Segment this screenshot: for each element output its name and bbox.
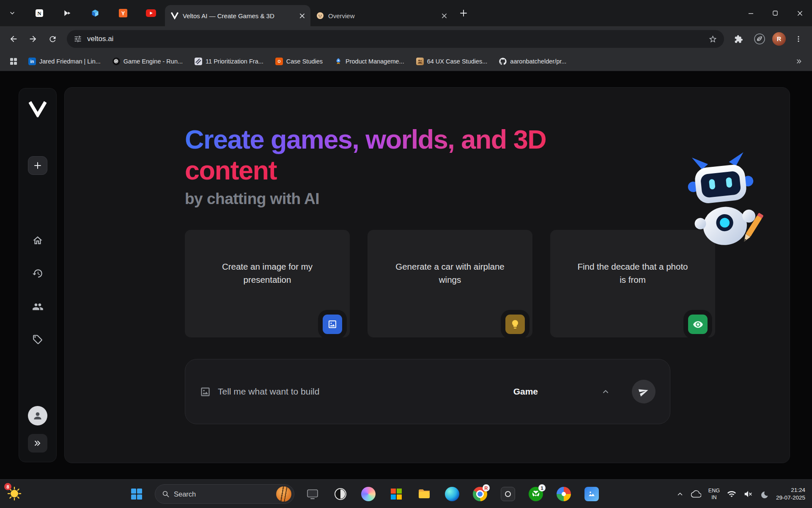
bookmark-prioritization[interactable]: 11 Prioritization Fra... [191, 55, 267, 67]
pinned-tab-3[interactable] [81, 4, 109, 22]
camera-app-button[interactable] [498, 484, 518, 504]
apps-grid-button[interactable] [7, 55, 20, 68]
eye-icon [688, 315, 708, 334]
bookmark-label: Jared Friedman | Lin... [39, 58, 101, 65]
photos-pinwheel-icon [557, 487, 571, 501]
veltos-favicon [171, 12, 178, 19]
tab-overview-inactive[interactable]: Overview [310, 5, 453, 26]
community-button[interactable] [31, 300, 44, 313]
start-button[interactable] [127, 484, 146, 504]
suggestion-card-car[interactable]: Generate a car with airplane wings [368, 230, 532, 337]
bookmark-product-management[interactable]: Product Manageme... [331, 55, 408, 67]
bookmark-github[interactable]: aaronbatchelder/pr... [495, 55, 570, 67]
extensions-button[interactable] [730, 30, 747, 47]
chevron-down-icon [9, 10, 16, 17]
tags-button[interactable] [31, 333, 44, 346]
page-subtitle: by chatting with AI [185, 190, 546, 208]
clock-time: 21:24 [776, 486, 805, 494]
circle-app-button[interactable] [331, 484, 350, 504]
chevron-up-icon[interactable] [601, 387, 610, 396]
edge-button[interactable] [442, 484, 462, 504]
robot-mascot-illustration [674, 150, 771, 254]
bookmarks-bar: in Jared Friedman | Lin... Game Engine -… [0, 52, 812, 71]
pinned-tab-notion[interactable]: N [25, 4, 53, 22]
new-chat-button[interactable] [28, 156, 47, 175]
send-icon [639, 387, 649, 397]
system-tray: ENG IN 21:24 29-07-2025 [676, 480, 805, 508]
clock[interactable]: 21:24 29-07-2025 [776, 486, 805, 502]
photos-app-button[interactable] [582, 484, 601, 504]
new-tab-button[interactable] [456, 6, 471, 21]
bookmark-label: aaronbatchelder/pr... [510, 58, 566, 65]
widgets-button[interactable]: 8 [6, 486, 25, 502]
bookmark-ux-case-studies[interactable]: 64 UX Case Studies... [412, 55, 491, 67]
language-bottom: IN [708, 494, 720, 501]
attach-image-icon[interactable] [200, 386, 211, 398]
microsoft-365-button[interactable] [387, 484, 406, 504]
page-title-line1: Create games, worlds, and 3D [185, 124, 546, 155]
bookmark-game-engine[interactable]: Game Engine - Run... [109, 55, 187, 67]
bookmark-case-studies[interactable]: Case Studies [272, 55, 326, 67]
wifi-icon[interactable] [727, 489, 736, 499]
case-studies-icon [275, 58, 283, 65]
google-photos-button[interactable] [554, 484, 573, 504]
site-settings-icon[interactable] [74, 35, 82, 43]
file-explorer-button[interactable] [414, 484, 434, 504]
maximize-button[interactable] [763, 0, 787, 26]
bookmark-linkedin[interactable]: in Jared Friedman | Lin... [25, 55, 104, 67]
address-bar[interactable]: veltos.ai [67, 30, 724, 48]
browser-menu-button[interactable] [790, 30, 807, 47]
volume-muted-icon[interactable] [743, 489, 753, 499]
tab-veltos-active[interactable]: Veltos AI — Create Games & 3D [165, 5, 310, 26]
minimize-button[interactable] [738, 0, 763, 26]
tray-chevron-up-icon[interactable] [676, 490, 684, 498]
tab-close-icon[interactable] [297, 11, 307, 21]
chrome-button[interactable]: R [470, 484, 490, 504]
night-mode-moon-icon[interactable] [760, 490, 769, 499]
close-window-button[interactable] [787, 0, 812, 26]
performance-leaf-button[interactable] [751, 30, 768, 47]
veltos-logo[interactable] [29, 101, 47, 117]
search-highlight-tiger-image[interactable] [276, 486, 291, 502]
taskbar-search[interactable]: Search [155, 484, 294, 504]
profile-avatar[interactable]: R [772, 32, 786, 46]
xbox-button[interactable]: 1 [526, 484, 546, 504]
forward-button[interactable] [25, 30, 41, 47]
svg-text:Y: Y [121, 10, 125, 17]
svg-text:in: in [30, 59, 34, 64]
expand-sidebar-button[interactable] [28, 434, 47, 453]
browser-tabstrip: N Y Veltos AI — Create Games [0, 0, 812, 26]
home-button[interactable] [31, 234, 44, 247]
bookmark-label: 64 UX Case Studies... [427, 58, 488, 65]
mode-dropdown-value[interactable]: Game [513, 387, 538, 397]
copilot-icon [361, 487, 376, 501]
pinned-tabs: N Y [25, 4, 165, 22]
photos-app-icon [584, 487, 599, 501]
reload-button[interactable] [44, 30, 61, 47]
toolbar-right-cluster: R [730, 30, 807, 47]
bookmark-star-icon[interactable] [708, 35, 717, 44]
suggestion-card-image[interactable]: Create an image for my presentation [185, 230, 350, 337]
people-photo-icon [416, 58, 424, 65]
onedrive-cloud-icon[interactable] [691, 489, 701, 499]
snipping-app-button[interactable] [303, 484, 322, 504]
tab-search-button[interactable] [5, 6, 19, 20]
bookmarks-overflow-button[interactable] [793, 55, 805, 68]
hero-section: Create games, worlds, and 3D content by … [185, 124, 546, 208]
prompt-input-bar[interactable]: Tell me what want to build Game [185, 359, 670, 424]
rocket-icon [335, 58, 342, 65]
taskbar-center: Search R [127, 484, 601, 504]
language-indicator[interactable]: ENG IN [708, 487, 720, 501]
pinned-tab-2[interactable] [53, 4, 81, 22]
linkedin-icon: in [28, 58, 36, 65]
bookmark-label: Product Manageme... [346, 58, 404, 65]
tab-close-icon[interactable] [439, 11, 449, 21]
copilot-button[interactable] [359, 484, 378, 504]
send-button[interactable] [632, 380, 656, 403]
veltos-sidebar [19, 88, 57, 462]
history-button[interactable] [31, 267, 44, 280]
pinned-tab-youtube[interactable] [137, 4, 165, 22]
pinned-tab-ycombinator[interactable]: Y [109, 4, 137, 22]
back-button[interactable] [5, 30, 22, 47]
user-avatar[interactable] [28, 406, 47, 425]
